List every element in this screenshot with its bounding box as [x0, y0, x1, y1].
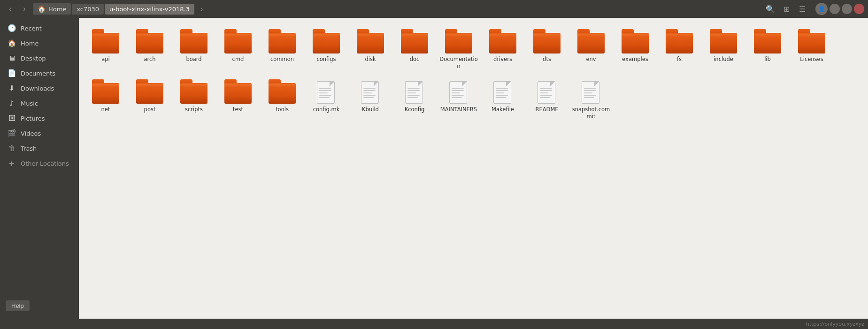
maximize-button[interactable]: □	[842, 4, 852, 14]
sidebar-item-downloads[interactable]: ⬇ Downloads	[2, 81, 77, 95]
sidebar-label-videos: Videos	[21, 130, 41, 137]
sidebar-item-trash[interactable]: 🗑 Trash	[2, 141, 77, 155]
folder-item-arch[interactable]: arch	[129, 25, 171, 74]
file-label-disk: disk	[365, 56, 376, 63]
folder-item-tools[interactable]: tools	[261, 76, 303, 124]
sidebar-item-pictures[interactable]: 🖼 Pictures	[2, 111, 77, 125]
sidebar-item-videos[interactable]: 🎬 Videos	[2, 126, 77, 140]
file-item-kbuild[interactable]: Kbuild	[349, 76, 392, 124]
folder-item-scripts[interactable]: scripts	[173, 76, 215, 124]
file-item-readme[interactable]: README	[526, 76, 568, 124]
user-avatar[interactable]: 👤	[815, 3, 828, 15]
search-button[interactable]: 🔍	[764, 2, 777, 15]
folder-item-configs[interactable]: configs	[305, 25, 347, 74]
breadcrumb-home[interactable]: 🏠 Home	[33, 3, 71, 15]
sidebar-item-other-locations[interactable]: + Other Locations	[2, 156, 77, 171]
file-label-lib: lib	[764, 56, 771, 63]
file-label-examples: examples	[622, 56, 648, 63]
sidebar-label-music: Music	[21, 100, 38, 107]
folder-item-drivers[interactable]: drivers	[482, 25, 524, 74]
file-item-maintainers[interactable]: MAINTAINERS	[438, 76, 480, 124]
breadcrumb: 🏠 Home xc7030 u-boot-xlnx-xilinx-v2018.3…	[33, 2, 762, 15]
folder-item-fs[interactable]: fs	[658, 25, 700, 74]
minimize-button[interactable]: ─	[830, 4, 840, 14]
main-layout: 🕐 Recent 🏠 Home 🖥 Desktop 📄 Documents ⬇ …	[0, 18, 868, 319]
file-label-makefile: Makefile	[492, 106, 514, 113]
file-item-snapshot_commit[interactable]: snapshot.commit	[570, 76, 612, 124]
file-label-snapshot_commit: snapshot.commit	[572, 106, 610, 120]
folder-item-post[interactable]: post	[129, 76, 171, 124]
sidebar-item-desktop[interactable]: 🖥 Desktop	[2, 51, 77, 65]
nav-buttons: ‹ ›	[4, 2, 31, 15]
menu-button[interactable]: ☰	[796, 2, 809, 15]
help-button[interactable]: Help	[6, 300, 30, 311]
folder-item-api[interactable]: api	[84, 25, 127, 74]
status-url: https://onlyyou.xyzxyz	[806, 321, 864, 327]
music-icon: ♪	[8, 99, 16, 107]
folder-item-include[interactable]: include	[702, 25, 745, 74]
folder-item-board[interactable]: board	[173, 25, 215, 74]
file-label-readme: README	[535, 106, 558, 113]
file-label-fs: fs	[677, 56, 682, 63]
file-label-cmd: cmd	[232, 56, 244, 63]
file-label-doc: doc	[410, 56, 420, 63]
folder-item-dts[interactable]: dts	[526, 25, 568, 74]
sidebar-label-trash: Trash	[21, 145, 37, 152]
folder-item-common[interactable]: common	[261, 25, 303, 74]
view-toggle-button[interactable]: ⊞	[780, 2, 793, 15]
folder-item-disk[interactable]: disk	[349, 25, 392, 74]
sidebar-help-section: Help	[0, 297, 79, 315]
sidebar-label-downloads: Downloads	[21, 85, 54, 92]
folder-item-examples[interactable]: examples	[614, 25, 656, 74]
folder-item-doc[interactable]: doc	[393, 25, 436, 74]
home-icon: 🏠	[38, 5, 46, 13]
sidebar-label-recent: Recent	[21, 25, 42, 32]
sidebar-item-documents[interactable]: 📄 Documents	[2, 66, 77, 80]
file-grid: api arch board cmd common configs disk d…	[84, 25, 862, 124]
folder-item-test[interactable]: test	[217, 76, 259, 124]
folder-item-cmd[interactable]: cmd	[217, 25, 259, 74]
folder-item-licenses[interactable]: Licenses	[791, 25, 833, 74]
sidebar-item-recent[interactable]: 🕐 Recent	[2, 21, 77, 35]
file-label-documentation: Documentation	[439, 56, 478, 70]
file-label-kbuild: Kbuild	[362, 106, 379, 113]
back-button[interactable]: ‹	[4, 2, 17, 15]
file-label-include: include	[714, 56, 733, 63]
folder-item-documentation[interactable]: Documentation	[438, 25, 480, 74]
file-item-makefile[interactable]: Makefile	[482, 76, 524, 124]
file-label-licenses: Licenses	[800, 56, 823, 63]
folder-item-lib[interactable]: lib	[746, 25, 789, 74]
sidebar-item-music[interactable]: ♪ Music	[2, 96, 77, 110]
sidebar-spacer	[0, 171, 79, 297]
file-item-config_mk[interactable]: config.mk	[305, 76, 347, 124]
sidebar-label-documents: Documents	[21, 70, 55, 77]
file-label-arch: arch	[144, 56, 155, 63]
sidebar-item-home[interactable]: 🏠 Home	[2, 36, 77, 50]
breadcrumb-current-label: u-boot-xlnx-xilinx-v2018.3	[109, 6, 190, 13]
sidebar-label-home: Home	[21, 40, 38, 47]
close-button[interactable]: ✕	[854, 4, 864, 14]
folder-item-env[interactable]: env	[570, 25, 612, 74]
file-label-config_mk: config.mk	[313, 106, 340, 113]
file-item-kconfig[interactable]: Kconfig	[393, 76, 436, 124]
sidebar-label-pictures: Pictures	[21, 115, 45, 122]
file-label-dts: dts	[543, 56, 551, 63]
desktop-icon: 🖥	[8, 54, 16, 62]
breadcrumb-xc7030[interactable]: xc7030	[72, 4, 104, 15]
file-label-api: api	[101, 56, 110, 63]
breadcrumb-current[interactable]: u-boot-xlnx-xilinx-v2018.3	[105, 4, 194, 15]
downloads-icon: ⬇	[8, 84, 16, 92]
file-area: api arch board cmd common configs disk d…	[79, 18, 868, 319]
file-label-common: common	[270, 56, 294, 63]
sidebar-label-desktop: Desktop	[21, 55, 46, 62]
folder-item-net[interactable]: net	[84, 76, 127, 124]
file-label-tools: tools	[276, 106, 289, 113]
forward-button[interactable]: ›	[18, 2, 31, 15]
file-label-scripts: scripts	[185, 106, 203, 113]
breadcrumb-more-button[interactable]: ›	[195, 2, 208, 15]
window-controls: 👤 ─ □ ✕	[815, 3, 864, 15]
file-label-net: net	[101, 106, 110, 113]
recent-icon: 🕐	[8, 24, 16, 32]
pictures-icon: 🖼	[8, 114, 16, 122]
file-label-test: test	[233, 106, 243, 113]
